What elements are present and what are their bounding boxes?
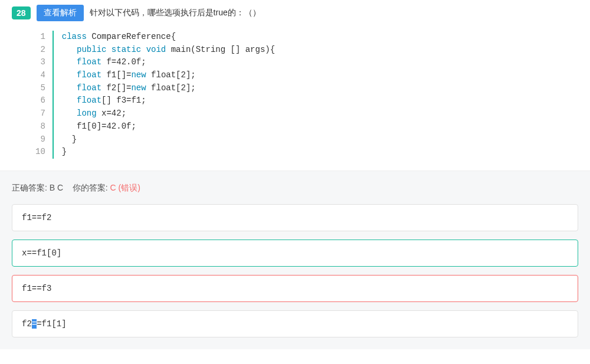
line-number: 7 [35,107,45,120]
line-number: 8 [35,120,45,133]
line-number: 10 [35,146,45,159]
answer-header: 正确答案: B C 你的答案: C (错误) [12,183,578,194]
line-number: 3 [35,56,45,69]
answer-option[interactable]: f1==f3 [12,275,578,302]
question-number-badge: 28 [12,6,31,19]
answer-status: (错误) [119,183,140,192]
code-line: class CompareReference{ [62,31,275,44]
line-number: 5 [35,82,45,95]
line-number: 6 [35,94,45,107]
question-header: 28 查看解析 针对以下代码，哪些选项执行后是true的：（） [0,0,590,26]
your-answer-value: C [110,183,119,192]
answer-option[interactable]: f2==f1[1] [12,310,578,337]
code-line: f1[0]=42.0f; [62,120,275,133]
line-number: 9 [35,133,45,146]
code-line: float f=42.0f; [62,56,275,69]
correct-answer-value: B C [50,183,63,192]
code-line: } [62,133,275,146]
code-line: long x=42; [62,107,275,120]
your-answer-label: 你的答案: [73,183,110,192]
answer-option[interactable]: f1==f2 [12,204,578,231]
line-number: 2 [35,44,45,57]
line-number: 1 [35,31,45,44]
line-number: 4 [35,69,45,82]
code-line: public static void main(String [] args){ [62,44,275,57]
options-list: f1==f2x==f1[0]f1==f3f2==f1[1] [12,204,578,337]
line-number-gutter: 12345678910 [35,31,53,159]
code-block: 12345678910 class CompareReference{ publ… [35,31,578,159]
question-text: 针对以下代码，哪些选项执行后是true的：（） [90,8,261,18]
answer-section: 正确答案: B C 你的答案: C (错误) f1==f2x==f1[0]f1=… [0,170,590,349]
view-analysis-button[interactable]: 查看解析 [37,5,84,21]
code-line: float f2[]=new float[2]; [62,82,275,95]
code-line: float[] f3=f1; [62,94,275,107]
code-line: } [62,146,275,159]
code-line: float f1[]=new float[2]; [62,69,275,82]
correct-answer-label: 正确答案: [12,183,50,192]
code-content: class CompareReference{ public static vo… [53,31,275,159]
text-cursor-selection: = [32,319,37,329]
answer-option[interactable]: x==f1[0] [12,240,578,267]
